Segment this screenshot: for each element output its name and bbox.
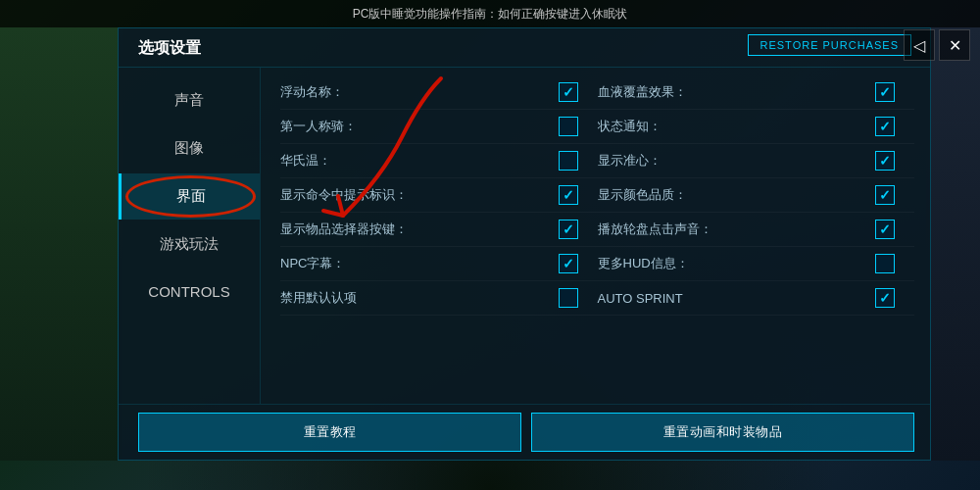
setting-row-status-notify: 状态通知：	[598, 110, 915, 144]
label-show-crosshair: 显示准心：	[598, 152, 876, 170]
left-forest-bg	[0, 27, 122, 461]
bottom-buttons: 重置教程 重置动画和时装物品	[119, 404, 930, 460]
back-button[interactable]: ◁	[904, 29, 935, 61]
checkbox-npc-caption[interactable]	[559, 254, 578, 273]
sidebar-item-controls[interactable]: CONTROLS	[119, 270, 260, 314]
checkbox-show-color-quality[interactable]	[875, 185, 895, 205]
label-npc-caption: NPC字幕：	[280, 255, 559, 272]
checkbox-scroll-click-sound[interactable]	[875, 220, 895, 239]
setting-row-npc-caption: NPC字幕：	[280, 247, 598, 281]
settings-grid: 浮动名称： 第一人称骑： 华氏温： 显示命令中提示标识：	[280, 75, 914, 396]
label-blood-overlay: 血液覆盖效果：	[598, 83, 876, 101]
sidebar-label-controls: CONTROLS	[148, 283, 229, 300]
reset-anim-button[interactable]: 重置动画和时装物品	[531, 413, 914, 452]
checkbox-floating-name[interactable]	[559, 82, 578, 102]
settings-panel: 选项设置 声音 图像 界面 游戏玩法 CONTROLS	[118, 27, 931, 461]
checkbox-auto-sprint[interactable]	[875, 288, 895, 308]
sidebar-label-image: 图像	[174, 139, 204, 156]
settings-right-column: 血液覆盖效果： 状态通知： 显示准心： 显示颜色品质：	[598, 75, 915, 396]
setting-row-auto-sprint: AUTO SPRINT	[598, 281, 915, 316]
sidebar-label-interface: 界面	[176, 187, 206, 204]
reset-tutorial-button[interactable]: 重置教程	[138, 413, 521, 452]
close-button[interactable]: ✕	[939, 29, 970, 61]
top-bar-title: PC版中睡觉功能操作指南：如何正确按键进入休眠状	[353, 6, 628, 23]
label-show-color-quality: 显示颜色品质：	[598, 186, 876, 204]
checkbox-command-mark[interactable]	[559, 185, 578, 205]
top-bar: PC版中睡觉功能操作指南：如何正确按键进入休眠状	[0, 0, 980, 27]
setting-row-disable-default: 禁用默认认项	[280, 281, 598, 316]
setting-row-blood-overlay: 血液覆盖效果：	[598, 75, 915, 110]
checkbox-show-crosshair[interactable]	[875, 151, 895, 171]
setting-row-scroll-click-sound: 播放轮盘点击声音：	[598, 213, 915, 247]
sidebar-item-image[interactable]: 图像	[119, 125, 260, 172]
top-right-icons: ◁ ✕	[904, 29, 970, 61]
label-auto-sprint: AUTO SPRINT	[598, 291, 876, 306]
panel-body: 声音 图像 界面 游戏玩法 CONTROLS 浮动名称：	[119, 68, 930, 404]
label-scroll-click-sound: 播放轮盘点击声音：	[598, 220, 876, 238]
setting-row-command-mark: 显示命令中提示标识：	[280, 178, 598, 213]
setting-row-selector-btn: 显示物品选择器按键：	[280, 213, 598, 247]
setting-row-fahrenheit: 华氏温：	[280, 144, 598, 178]
label-command-mark: 显示命令中提示标识：	[280, 186, 559, 204]
restore-purchases-button[interactable]: RESTORE PURCHASES	[748, 34, 912, 56]
label-more-hud: 更多HUD信息：	[598, 255, 876, 272]
checkbox-first-person[interactable]	[559, 117, 578, 136]
sidebar-label-sound: 声音	[174, 91, 204, 108]
settings-left-column: 浮动名称： 第一人称骑： 华氏温： 显示命令中提示标识：	[280, 75, 598, 396]
label-floating-name: 浮动名称：	[280, 83, 559, 101]
panel-title: 选项设置	[138, 39, 201, 56]
sidebar-item-gameplay[interactable]: 游戏玩法	[119, 221, 260, 268]
setting-row-more-hud: 更多HUD信息：	[598, 247, 915, 281]
checkbox-disable-default[interactable]	[559, 288, 578, 308]
checkbox-status-notify[interactable]	[875, 117, 895, 136]
sidebar-item-sound[interactable]: 声音	[119, 77, 260, 123]
close-icon: ✕	[949, 36, 961, 55]
checkbox-more-hud[interactable]	[875, 254, 895, 273]
right-content: 浮动名称： 第一人称骑： 华氏温： 显示命令中提示标识：	[261, 68, 930, 404]
setting-row-first-person: 第一人称骑：	[280, 110, 598, 144]
right-dark-bg	[926, 27, 980, 461]
label-selector-btn: 显示物品选择器按键：	[280, 220, 559, 238]
checkbox-blood-overlay[interactable]	[875, 82, 895, 102]
sidebar-item-interface[interactable]: 界面	[119, 173, 260, 220]
label-first-person: 第一人称骑：	[280, 118, 559, 135]
setting-row-show-color-quality: 显示颜色品质：	[598, 178, 915, 213]
back-icon: ◁	[913, 36, 925, 55]
checkbox-selector-btn[interactable]	[559, 220, 578, 239]
setting-row-floating-name: 浮动名称：	[280, 75, 598, 110]
setting-row-show-crosshair: 显示准心：	[598, 144, 915, 178]
label-disable-default: 禁用默认认项	[280, 289, 559, 307]
sidebar-label-gameplay: 游戏玩法	[160, 235, 219, 252]
checkbox-fahrenheit[interactable]	[559, 151, 578, 171]
left-nav: 声音 图像 界面 游戏玩法 CONTROLS	[119, 68, 261, 404]
label-fahrenheit: 华氏温：	[280, 152, 559, 170]
label-status-notify: 状态通知：	[598, 118, 876, 135]
